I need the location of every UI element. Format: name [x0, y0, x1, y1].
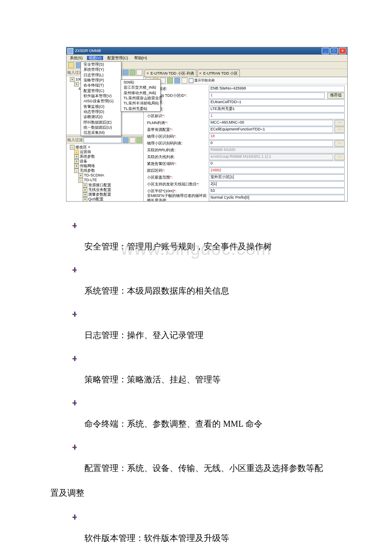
view-dropdown: 安全管理(S) 系统管理(Y) 日志管理(L) 策略管理(P) 命令终端(T) …: [81, 61, 121, 136]
tree-node[interactable]: -TD-LTE: [67, 178, 143, 182]
toolbar-icon[interactable]: [68, 62, 74, 68]
menu-view[interactable]: 视图(V): [87, 56, 103, 60]
menu-item[interactable]: 信息采集(M): [81, 130, 121, 135]
browse-button[interactable]: …: [334, 127, 345, 133]
field-value[interactable]: 18: [209, 133, 345, 140]
browse-button[interactable]: …: [334, 120, 345, 126]
field-label: 关联的天线列表:: [147, 155, 209, 159]
tree-node[interactable]: +系统参数: [67, 154, 143, 159]
field-value[interactable]: MCC=460;MNC=00: [209, 120, 333, 126]
menu-item[interactable]: 统一数据跟踪(U): [81, 125, 121, 130]
field-value[interactable]: 2[1]: [209, 181, 345, 188]
field-value[interactable]: 0: [209, 161, 345, 167]
property-form: 父对象描述:ENB SiteNo=425998 E-UTRAN TDD小区ID*…: [144, 84, 347, 202]
menu-item[interactable]: 诊断测试(I): [81, 114, 121, 119]
filter-input2[interactable]: [84, 137, 122, 143]
menu-item[interactable]: 命令终端(T): [81, 83, 121, 88]
bullet-icon: [72, 399, 79, 406]
menu-item[interactable]: 策略管理(P): [81, 78, 121, 83]
filter-label2: 输入过滤: [67, 138, 83, 142]
menu-item[interactable]: 动态管理(D): [81, 109, 121, 114]
field-value[interactable]: 1: [209, 113, 345, 119]
config-tree: -修改区 × -运营商 +系统参数 +设备 +传输网络 -无线参数 +TD-SC…: [66, 144, 143, 202]
tree-root[interactable]: -修改区 ×: [67, 145, 143, 150]
field-value[interactable]: 0: [209, 140, 333, 147]
menu-config[interactable]: 配置管理(C): [106, 56, 130, 60]
tree-node[interactable]: -运营商: [67, 150, 143, 154]
paragraph: 配置管理：系统、设备、传输、无线、小区重选及选择参数等配: [67, 460, 358, 476]
bullet-icon: [72, 222, 79, 229]
field-value[interactable]: LTE泉州无委1: [209, 106, 345, 113]
bullet-icon: [72, 266, 79, 273]
bullet-icon: [72, 514, 79, 520]
submenu-item[interactable]: TL泉州无委站: [121, 106, 160, 111]
menu-system[interactable]: 系统(S): [68, 56, 84, 60]
menu-item[interactable]: 呼叫数据跟踪(E): [81, 120, 121, 125]
submenu-item[interactable]: 泉州移动大楼_IN站: [121, 90, 160, 95]
browse-button[interactable]: …: [334, 154, 345, 160]
window-title: ZXSDR OMMB: [75, 49, 101, 53]
field-value[interactable]: 1: [209, 92, 325, 99]
tree-node[interactable]: +无线业务配置: [67, 188, 143, 192]
field-label: 跟踪区码*:: [147, 168, 209, 173]
print-icon[interactable]: [182, 78, 187, 84]
field-value[interactable]: Normal Cyclic Prefix[0]: [209, 195, 345, 201]
window-maximize-button[interactable]: □: [330, 48, 338, 54]
checkbox[interactable]: [189, 78, 193, 83]
bullet-icon: [72, 444, 79, 451]
field-label: 小区支持的发射天线端口数目*:: [147, 182, 209, 186]
menu-item[interactable]: 日志管理(L): [81, 72, 121, 78]
menu-item[interactable]: 告警监视(O): [81, 104, 121, 109]
field-label: PLMN列表*:: [147, 121, 209, 125]
field-value[interactable]: 室外宏小区[1]: [209, 174, 345, 181]
field-value[interactable]: ENB SiteNo=425998: [209, 86, 345, 92]
globe-icon[interactable]: [174, 78, 180, 84]
window-minimize-button[interactable]: _: [322, 48, 329, 54]
close-icon[interactable]: ×: [199, 71, 202, 75]
app-screenshot: ZXSDR OMMB _ □ × 系统(S) 视图(V) 配置管理(C) 帮助(…: [66, 47, 348, 202]
bullet-icon: [72, 355, 79, 362]
search-icon[interactable]: [136, 69, 142, 75]
tree-node[interactable]: +设备: [67, 159, 143, 164]
copy-icon[interactable]: [160, 78, 166, 84]
submenu-item[interactable]: TL泉州观音山路营业厅: [121, 95, 160, 101]
menu-item[interactable]: 系统管理(Y): [81, 67, 121, 72]
field-label: 小区标识*:: [147, 114, 209, 118]
paragraph: 命令终端：系统、参数调整、查看的 MML 命令: [67, 416, 358, 432]
clear-icon[interactable]: [136, 137, 142, 143]
menu-item[interactable]: 安全管理(S): [81, 62, 121, 67]
field-label: 物理小区识别码列表:: [147, 141, 209, 145]
tree-node[interactable]: +测量参数配置: [67, 192, 143, 197]
refresh-icon[interactable]: [167, 78, 173, 84]
field-value[interactable]: EUtranCellTDD=1: [209, 99, 345, 106]
close-icon[interactable]: ×: [147, 71, 149, 75]
tab-list[interactable]: ×E-UTRAN TDD 小区-列表: [144, 69, 196, 77]
menu-item[interactable]: 软件版本管理(V): [81, 93, 121, 98]
field-value[interactable]: 53: [209, 188, 345, 194]
view-submenu: S09站 晋江百货大楼_IN站 泉州移动大楼_IN站 TL泉州观音山路营业厅 T…: [121, 79, 161, 112]
field-value[interactable]: ECellEquipmentFunctionTDD=1: [209, 127, 333, 133]
tree-node[interactable]: +传输网络: [67, 164, 143, 168]
tree-node[interactable]: +TD-SCDMA: [67, 173, 143, 178]
search-icon[interactable]: [130, 137, 135, 143]
paragraph: 软件版本管理：软件版本管理及升级等: [67, 530, 358, 546]
menu-item[interactable]: AISG设备管理(G): [81, 98, 121, 104]
window-close-button[interactable]: ×: [339, 48, 346, 54]
submenu-item[interactable]: TL泉州丰泽邮电局站: [121, 101, 160, 106]
browse-button[interactable]: …: [334, 140, 345, 147]
goto-icon[interactable]: [130, 69, 135, 75]
tab-cell[interactable]: ×E-UTRAN TDD 小区: [197, 69, 240, 77]
menu-item[interactable]: 配置管理(C): [81, 88, 121, 93]
dropdown-icon[interactable]: [123, 69, 129, 75]
bullet-icon: [72, 311, 79, 318]
menu-help[interactable]: 帮助(H): [133, 56, 149, 60]
recommend-button[interactable]: 推荐值: [327, 92, 345, 99]
paragraph: 策略管理：策略激活、挂起、管理等: [67, 371, 358, 387]
submenu-item[interactable]: S09站: [121, 80, 160, 85]
field-value[interactable]: 24882: [209, 168, 345, 174]
tree-node[interactable]: +资源接口配置: [67, 183, 143, 188]
submenu-item[interactable]: 晋江百货大楼_IN站: [121, 85, 160, 90]
dropdown-icon[interactable]: [123, 137, 129, 143]
tree-node[interactable]: +QoS配置: [67, 197, 143, 202]
tree-node[interactable]: -无线参数: [67, 168, 143, 173]
